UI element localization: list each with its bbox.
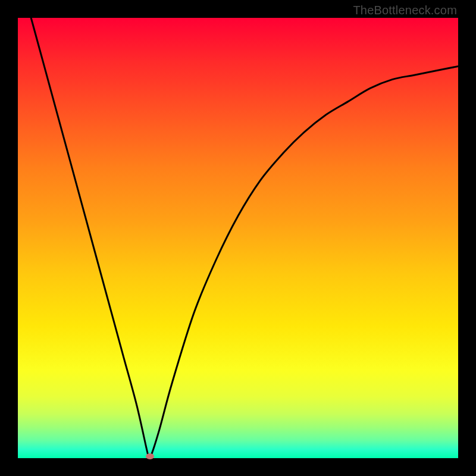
curve-svg [18,18,458,458]
chart-frame: TheBottleneck.com [0,0,476,476]
min-point-marker [146,453,154,459]
watermark-text: TheBottleneck.com [353,4,457,17]
bottleneck-curve [31,18,458,458]
